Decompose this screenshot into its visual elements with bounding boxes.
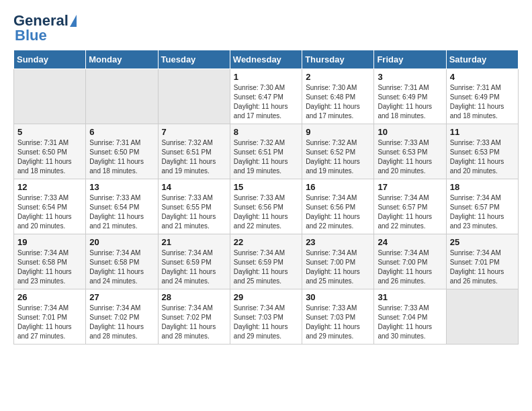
day-info: Sunrise: 7:34 AMSunset: 6:59 PMDaylight:…: [162, 248, 226, 286]
calendar-cell: 6Sunrise: 7:31 AMSunset: 6:50 PMDaylight…: [86, 124, 158, 179]
calendar-cell: 28Sunrise: 7:34 AMSunset: 7:02 PMDayligh…: [158, 289, 230, 345]
calendar-cell: 7Sunrise: 7:32 AMSunset: 6:51 PMDaylight…: [158, 124, 230, 179]
calendar-cell: 24Sunrise: 7:34 AMSunset: 7:00 PMDayligh…: [374, 234, 446, 289]
calendar-cell: 15Sunrise: 7:33 AMSunset: 6:56 PMDayligh…: [230, 179, 302, 234]
day-info: Sunrise: 7:34 AMSunset: 6:57 PMDaylight:…: [378, 193, 442, 231]
day-number: 30: [306, 292, 370, 302]
day-info: Sunrise: 7:34 AMSunset: 7:02 PMDaylight:…: [89, 304, 154, 341]
logo-text: General: [13, 13, 69, 28]
day-number: 25: [450, 237, 515, 247]
day-number: 13: [89, 182, 154, 192]
calendar-cell: 23Sunrise: 7:34 AMSunset: 7:00 PMDayligh…: [302, 234, 374, 289]
day-info: Sunrise: 7:34 AMSunset: 7:01 PMDaylight:…: [450, 248, 515, 286]
day-info: Sunrise: 7:34 AMSunset: 7:02 PMDaylight:…: [162, 304, 226, 341]
calendar-cell: 11Sunrise: 7:33 AMSunset: 6:53 PMDayligh…: [446, 124, 518, 179]
day-number: 4: [450, 72, 515, 82]
day-info: Sunrise: 7:32 AMSunset: 6:51 PMDaylight:…: [162, 138, 226, 176]
calendar-cell: 5Sunrise: 7:31 AMSunset: 6:50 PMDaylight…: [14, 124, 86, 179]
day-number: 3: [378, 72, 442, 82]
calendar-cell: 8Sunrise: 7:32 AMSunset: 6:51 PMDaylight…: [230, 124, 302, 179]
calendar-cell: 29Sunrise: 7:34 AMSunset: 7:03 PMDayligh…: [230, 289, 302, 345]
day-number: 29: [234, 292, 298, 302]
day-info: Sunrise: 7:31 AMSunset: 6:49 PMDaylight:…: [450, 83, 515, 121]
logo-triangle-icon: [70, 15, 77, 27]
day-info: Sunrise: 7:34 AMSunset: 6:58 PMDaylight:…: [17, 248, 82, 286]
day-number: 2: [306, 72, 370, 82]
calendar-cell: 31Sunrise: 7:33 AMSunset: 7:04 PMDayligh…: [374, 289, 446, 345]
day-info: Sunrise: 7:34 AMSunset: 6:56 PMDaylight:…: [306, 193, 370, 231]
day-info: Sunrise: 7:34 AMSunset: 6:58 PMDaylight:…: [89, 248, 154, 286]
day-header-sunday: Sunday: [14, 50, 86, 69]
day-number: 18: [450, 182, 515, 192]
calendar-week-row: 5Sunrise: 7:31 AMSunset: 6:50 PMDaylight…: [14, 124, 519, 179]
day-header-wednesday: Wednesday: [230, 50, 302, 69]
calendar-week-row: 26Sunrise: 7:34 AMSunset: 7:01 PMDayligh…: [14, 289, 519, 345]
calendar-cell: 4Sunrise: 7:31 AMSunset: 6:49 PMDaylight…: [446, 69, 518, 124]
calendar-cell: 14Sunrise: 7:33 AMSunset: 6:55 PMDayligh…: [158, 179, 230, 234]
calendar-cell: 20Sunrise: 7:34 AMSunset: 6:58 PMDayligh…: [86, 234, 158, 289]
day-info: Sunrise: 7:31 AMSunset: 6:49 PMDaylight:…: [378, 83, 442, 121]
day-number: 16: [306, 182, 370, 192]
calendar-cell: 18Sunrise: 7:34 AMSunset: 6:57 PMDayligh…: [446, 179, 518, 234]
calendar-cell: 16Sunrise: 7:34 AMSunset: 6:56 PMDayligh…: [302, 179, 374, 234]
day-number: 8: [234, 127, 298, 137]
day-number: 19: [17, 237, 82, 247]
calendar-cell: 27Sunrise: 7:34 AMSunset: 7:02 PMDayligh…: [86, 289, 158, 345]
calendar-cell: 1Sunrise: 7:30 AMSunset: 6:47 PMDaylight…: [230, 69, 302, 124]
calendar-cell: 2Sunrise: 7:30 AMSunset: 6:48 PMDaylight…: [302, 69, 374, 124]
day-number: 20: [89, 237, 154, 247]
day-info: Sunrise: 7:33 AMSunset: 6:54 PMDaylight:…: [17, 193, 82, 231]
calendar-cell: 26Sunrise: 7:34 AMSunset: 7:01 PMDayligh…: [14, 289, 86, 345]
day-number: 31: [378, 292, 442, 302]
day-info: Sunrise: 7:34 AMSunset: 7:00 PMDaylight:…: [378, 248, 442, 286]
day-info: Sunrise: 7:34 AMSunset: 6:59 PMDaylight:…: [234, 248, 298, 286]
day-info: Sunrise: 7:34 AMSunset: 7:01 PMDaylight:…: [17, 304, 82, 341]
day-number: 14: [162, 182, 226, 192]
calendar-cell: 9Sunrise: 7:32 AMSunset: 6:52 PMDaylight…: [302, 124, 374, 179]
day-number: 27: [89, 292, 154, 302]
calendar-table: SundayMondayTuesdayWednesdayThursdayFrid…: [13, 50, 519, 345]
day-header-saturday: Saturday: [446, 50, 518, 69]
day-header-tuesday: Tuesday: [158, 50, 230, 69]
calendar-cell: 12Sunrise: 7:33 AMSunset: 6:54 PMDayligh…: [14, 179, 86, 234]
calendar-cell: 13Sunrise: 7:33 AMSunset: 6:54 PMDayligh…: [86, 179, 158, 234]
day-info: Sunrise: 7:31 AMSunset: 6:50 PMDaylight:…: [17, 138, 82, 176]
calendar-header-row: SundayMondayTuesdayWednesdayThursdayFrid…: [14, 50, 519, 69]
day-number: 23: [306, 237, 370, 247]
day-info: Sunrise: 7:31 AMSunset: 6:50 PMDaylight:…: [89, 138, 154, 176]
day-info: Sunrise: 7:33 AMSunset: 6:55 PMDaylight:…: [162, 193, 226, 231]
calendar-cell: [14, 69, 86, 124]
day-number: 26: [17, 292, 82, 302]
day-number: 10: [378, 127, 442, 137]
calendar-cell: 22Sunrise: 7:34 AMSunset: 6:59 PMDayligh…: [230, 234, 302, 289]
calendar-cell: 17Sunrise: 7:34 AMSunset: 6:57 PMDayligh…: [374, 179, 446, 234]
calendar-cell: 25Sunrise: 7:34 AMSunset: 7:01 PMDayligh…: [446, 234, 518, 289]
day-header-friday: Friday: [374, 50, 446, 69]
day-number: 11: [450, 127, 515, 137]
day-number: 6: [89, 127, 154, 137]
day-number: 17: [378, 182, 442, 192]
calendar-cell: [158, 69, 230, 124]
day-number: 7: [162, 127, 226, 137]
day-number: 24: [378, 237, 442, 247]
day-header-monday: Monday: [86, 50, 158, 69]
day-info: Sunrise: 7:32 AMSunset: 6:51 PMDaylight:…: [234, 138, 298, 176]
calendar-cell: 10Sunrise: 7:33 AMSunset: 6:53 PMDayligh…: [374, 124, 446, 179]
logo-blue-text: Blue: [15, 28, 47, 43]
page-header: General Blue: [13, 13, 519, 43]
day-number: 9: [306, 127, 370, 137]
day-info: Sunrise: 7:33 AMSunset: 7:04 PMDaylight:…: [378, 304, 442, 341]
day-info: Sunrise: 7:30 AMSunset: 6:48 PMDaylight:…: [306, 83, 370, 121]
calendar-cell: 3Sunrise: 7:31 AMSunset: 6:49 PMDaylight…: [374, 69, 446, 124]
day-number: 21: [162, 237, 226, 247]
day-info: Sunrise: 7:33 AMSunset: 6:53 PMDaylight:…: [378, 138, 442, 176]
day-header-thursday: Thursday: [302, 50, 374, 69]
day-info: Sunrise: 7:34 AMSunset: 6:57 PMDaylight:…: [450, 193, 515, 231]
day-number: 5: [17, 127, 82, 137]
day-info: Sunrise: 7:32 AMSunset: 6:52 PMDaylight:…: [306, 138, 370, 176]
day-number: 22: [234, 237, 298, 247]
day-number: 1: [234, 72, 298, 82]
day-info: Sunrise: 7:34 AMSunset: 7:00 PMDaylight:…: [306, 248, 370, 286]
day-info: Sunrise: 7:30 AMSunset: 6:47 PMDaylight:…: [234, 83, 298, 121]
day-number: 15: [234, 182, 298, 192]
